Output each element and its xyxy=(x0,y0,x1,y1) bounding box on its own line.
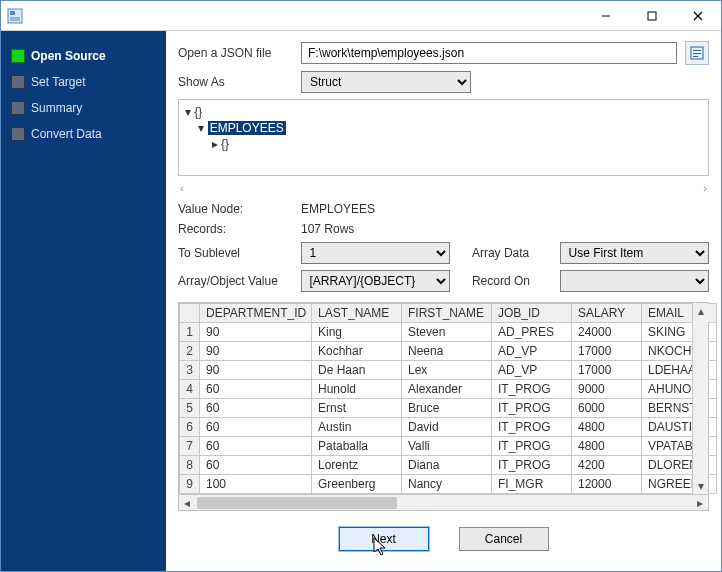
cell-lastname[interactable]: De Haan xyxy=(312,361,402,380)
col-department[interactable]: DEPARTMENT_ID xyxy=(200,304,312,323)
data-table[interactable]: DEPARTMENT_ID LAST_NAME FIRST_NAME JOB_I… xyxy=(179,303,717,494)
cell-department[interactable]: 90 xyxy=(200,323,312,342)
col-firstname[interactable]: FIRST_NAME xyxy=(402,304,492,323)
cell-jobid[interactable]: FI_MGR xyxy=(492,475,572,494)
table-row[interactable]: 460HunoldAlexanderIT_PROG9000AHUNOL xyxy=(180,380,717,399)
scroll-thumb[interactable] xyxy=(197,497,397,509)
table-vertical-scrollbar[interactable]: ▴ ▾ xyxy=(692,303,708,494)
next-button[interactable]: Next xyxy=(339,527,429,551)
table-horizontal-scrollbar[interactable]: ◂ ▸ xyxy=(179,494,708,510)
cell-firstname[interactable]: Valli xyxy=(402,437,492,456)
file-path-input[interactable] xyxy=(301,42,677,64)
table-row[interactable]: 660AustinDavidIT_PROG4800DAUSTIN xyxy=(180,418,717,437)
sidebar-item-set-target[interactable]: Set Target xyxy=(9,69,158,95)
table-row[interactable]: 560ErnstBruceIT_PROG6000BERNST xyxy=(180,399,717,418)
cell-firstname[interactable]: Nancy xyxy=(402,475,492,494)
cell-department[interactable]: 90 xyxy=(200,342,312,361)
scroll-right-icon[interactable]: ▸ xyxy=(692,495,708,511)
cell-salary[interactable]: 9000 xyxy=(572,380,642,399)
cell-jobid[interactable]: IT_PROG xyxy=(492,399,572,418)
cell-firstname[interactable]: Steven xyxy=(402,323,492,342)
app-icon xyxy=(7,8,23,24)
array-data-select[interactable]: Use First Item xyxy=(560,242,709,264)
cell-salary[interactable]: 6000 xyxy=(572,399,642,418)
browse-file-button[interactable] xyxy=(685,41,709,65)
table-row[interactable]: 390De HaanLexAD_VP17000LDEHAAN xyxy=(180,361,717,380)
scroll-down-icon[interactable]: ▾ xyxy=(693,478,709,494)
cell-jobid[interactable]: IT_PROG xyxy=(492,418,572,437)
tree-node-employees[interactable]: EMPLOYEES xyxy=(208,121,286,135)
table-row[interactable]: 290KochharNeenaAD_VP17000NKOCHH xyxy=(180,342,717,361)
cell-department[interactable]: 60 xyxy=(200,380,312,399)
col-jobid[interactable]: JOB_ID xyxy=(492,304,572,323)
cancel-button[interactable]: Cancel xyxy=(459,527,549,551)
cell-salary[interactable]: 4200 xyxy=(572,456,642,475)
sidebar-item-open-source[interactable]: Open Source xyxy=(9,43,158,69)
tree-scrollbar[interactable]: ‹› xyxy=(178,182,709,194)
sidebar-item-convert-data[interactable]: Convert Data xyxy=(9,121,158,147)
footer: Next Cancel xyxy=(178,517,709,561)
cell-salary[interactable]: 17000 xyxy=(572,361,642,380)
cell-salary[interactable]: 4800 xyxy=(572,418,642,437)
value-node-value: EMPLOYEES xyxy=(301,202,375,216)
record-on-select[interactable] xyxy=(560,270,709,292)
cell-jobid[interactable]: AD_VP xyxy=(492,342,572,361)
cell-lastname[interactable]: Greenberg xyxy=(312,475,402,494)
cell-department[interactable]: 100 xyxy=(200,475,312,494)
cell-firstname[interactable]: Bruce xyxy=(402,399,492,418)
cell-jobid[interactable]: AD_VP xyxy=(492,361,572,380)
cell-firstname[interactable]: Diana xyxy=(402,456,492,475)
cell-salary[interactable]: 24000 xyxy=(572,323,642,342)
sidebar-item-label: Set Target xyxy=(31,75,85,89)
cell-salary[interactable]: 12000 xyxy=(572,475,642,494)
cell-firstname[interactable]: Alexander xyxy=(402,380,492,399)
cell-lastname[interactable]: Kochhar xyxy=(312,342,402,361)
minimize-button[interactable] xyxy=(583,1,629,31)
table-header-row: DEPARTMENT_ID LAST_NAME FIRST_NAME JOB_I… xyxy=(180,304,717,323)
cell-jobid[interactable]: IT_PROG xyxy=(492,456,572,475)
cell-firstname[interactable]: Lex xyxy=(402,361,492,380)
cell-department[interactable]: 60 xyxy=(200,418,312,437)
cell-lastname[interactable]: Austin xyxy=(312,418,402,437)
scroll-left-icon[interactable]: ◂ xyxy=(179,495,195,511)
cell-jobid[interactable]: IT_PROG xyxy=(492,380,572,399)
cell-department[interactable]: 90 xyxy=(200,361,312,380)
cell-lastname[interactable]: King xyxy=(312,323,402,342)
rownum-cell: 9 xyxy=(180,475,200,494)
col-salary[interactable]: SALARY xyxy=(572,304,642,323)
cell-lastname[interactable]: Hunold xyxy=(312,380,402,399)
cell-department[interactable]: 60 xyxy=(200,437,312,456)
open-file-icon xyxy=(689,45,705,61)
cell-department[interactable]: 60 xyxy=(200,456,312,475)
to-sublevel-select[interactable]: 1 xyxy=(301,242,450,264)
cell-salary[interactable]: 17000 xyxy=(572,342,642,361)
cell-salary[interactable]: 4800 xyxy=(572,437,642,456)
maximize-button[interactable] xyxy=(629,1,675,31)
table-row[interactable]: 190KingStevenAD_PRES24000SKING xyxy=(180,323,717,342)
json-tree[interactable]: ▾ {} ▾ EMPLOYEES ▸ {} xyxy=(178,99,709,176)
value-node-label: Value Node: xyxy=(178,202,293,216)
col-lastname[interactable]: LAST_NAME xyxy=(312,304,402,323)
cell-department[interactable]: 60 xyxy=(200,399,312,418)
sidebar-item-label: Open Source xyxy=(31,49,106,63)
cell-jobid[interactable]: IT_PROG xyxy=(492,437,572,456)
cell-firstname[interactable]: Neena xyxy=(402,342,492,361)
cell-firstname[interactable]: David xyxy=(402,418,492,437)
sidebar-item-summary[interactable]: Summary xyxy=(9,95,158,121)
cell-lastname[interactable]: Ernst xyxy=(312,399,402,418)
table-row[interactable]: 760PataballaValliIT_PROG4800VPATABAL xyxy=(180,437,717,456)
app-window: Open Source Set Target Summary Convert D… xyxy=(0,0,722,572)
table-row[interactable]: 9100GreenbergNancyFI_MGR12000NGREENE xyxy=(180,475,717,494)
cell-lastname[interactable]: Lorentz xyxy=(312,456,402,475)
array-obj-select[interactable]: [ARRAY]/{OBJECT} xyxy=(301,270,450,292)
rownum-header xyxy=(180,304,200,323)
rownum-cell: 8 xyxy=(180,456,200,475)
table-row[interactable]: 860LorentzDianaIT_PROG4200DLORENT xyxy=(180,456,717,475)
close-button[interactable] xyxy=(675,1,721,31)
cell-lastname[interactable]: Pataballa xyxy=(312,437,402,456)
cell-jobid[interactable]: AD_PRES xyxy=(492,323,572,342)
show-as-select[interactable]: Struct xyxy=(301,71,471,93)
scroll-up-icon[interactable]: ▴ xyxy=(693,303,709,319)
svg-rect-2 xyxy=(10,17,20,21)
sidebar: Open Source Set Target Summary Convert D… xyxy=(1,31,166,571)
